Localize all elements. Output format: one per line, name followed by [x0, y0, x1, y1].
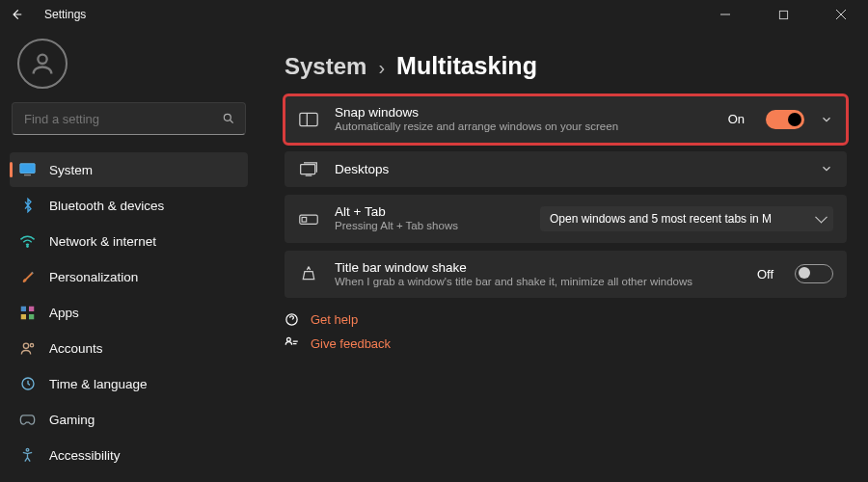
shake-toggle[interactable] — [795, 264, 833, 283]
bluetooth-icon — [19, 198, 36, 214]
window-title: Settings — [44, 8, 86, 21]
minimize-button[interactable] — [704, 0, 746, 29]
card-title: Snap windows — [335, 105, 713, 120]
svg-point-6 — [27, 245, 28, 246]
svg-rect-9 — [21, 314, 26, 319]
link-label: Get help — [311, 312, 358, 327]
nav-bluetooth[interactable]: Bluetooth & devices — [10, 188, 248, 223]
toggle-state-label: Off — [757, 267, 773, 281]
page-title: Multitasking — [396, 52, 537, 80]
brush-icon — [19, 269, 36, 285]
monitor-icon — [19, 162, 36, 178]
accounts-icon — [19, 340, 36, 357]
svg-point-11 — [23, 343, 28, 348]
maximize-button[interactable] — [762, 0, 804, 29]
nav-label: Accessibility — [49, 448, 121, 463]
back-button[interactable] — [6, 4, 27, 25]
alt-tab-card[interactable]: Alt + Tab Pressing Alt + Tab shows Open … — [285, 195, 847, 243]
svg-rect-0 — [779, 11, 787, 18]
give-feedback-link[interactable]: Give feedback — [285, 332, 847, 356]
nav-label: System — [49, 163, 93, 177]
apps-icon — [19, 305, 36, 321]
user-avatar[interactable] — [17, 39, 68, 89]
link-label: Give feedback — [311, 336, 391, 351]
alttab-dropdown[interactable]: Open windows and 5 most recent tabs in M — [540, 206, 833, 231]
nav-apps[interactable]: Apps — [10, 295, 248, 330]
card-subtitle: Pressing Alt + Tab shows — [335, 220, 525, 233]
feedback-icon — [285, 336, 299, 351]
breadcrumb-separator: › — [378, 57, 385, 79]
toggle-state-label: On — [728, 112, 745, 126]
card-subtitle: When I grab a window's title bar and sha… — [335, 276, 742, 289]
help-icon — [285, 312, 299, 327]
svg-rect-16 — [301, 164, 315, 174]
svg-point-12 — [30, 343, 33, 346]
svg-point-2 — [224, 114, 231, 120]
clock-globe-icon — [19, 376, 36, 392]
nav-accessibility[interactable]: Accessibility — [10, 438, 248, 472]
card-title: Alt + Tab — [335, 204, 525, 219]
search-input[interactable] — [22, 111, 222, 127]
search-box[interactable] — [12, 102, 246, 135]
nav-time-language[interactable]: Time & language — [10, 366, 248, 401]
main-content: System › Multitasking Snap windows Autom… — [258, 29, 868, 482]
close-button[interactable] — [820, 0, 862, 29]
desktops-card[interactable]: Desktops — [285, 151, 847, 187]
search-icon — [222, 112, 235, 125]
nav-label: Bluetooth & devices — [49, 199, 164, 213]
nav-system[interactable]: System — [10, 152, 248, 187]
nav-gaming[interactable]: Gaming — [10, 402, 248, 437]
svg-rect-8 — [29, 306, 34, 310]
nav-label: Gaming — [49, 413, 95, 427]
nav-label: Network & internet — [49, 234, 156, 249]
svg-rect-5 — [24, 174, 31, 175]
nav-label: Accounts — [49, 341, 103, 356]
gamepad-icon — [19, 412, 36, 428]
title-bar-shake-card[interactable]: Title bar window shake When I grab a win… — [285, 251, 847, 299]
alttab-icon — [298, 212, 319, 226]
svg-point-14 — [26, 448, 29, 451]
breadcrumb-parent[interactable]: System — [285, 53, 366, 80]
nav-accounts[interactable]: Accounts — [10, 331, 248, 365]
svg-rect-3 — [20, 164, 35, 174]
chevron-down-icon[interactable] — [820, 162, 833, 175]
titlebar: Settings — [0, 0, 868, 29]
card-title: Desktops — [335, 162, 804, 176]
chevron-down-icon[interactable] — [820, 113, 833, 126]
sidebar: System Bluetooth & devices Network & int… — [0, 29, 258, 482]
get-help-link[interactable]: Get help — [285, 308, 847, 332]
nav-label: Time & language — [49, 377, 148, 391]
desktops-icon — [298, 161, 319, 177]
svg-point-20 — [287, 338, 291, 342]
nav-personalization[interactable]: Personalization — [10, 259, 248, 294]
snap-icon — [298, 112, 319, 127]
nav-network[interactable]: Network & internet — [10, 224, 248, 258]
card-subtitle: Automatically resize and arrange windows… — [335, 120, 713, 134]
svg-rect-7 — [21, 306, 26, 310]
snap-toggle[interactable] — [766, 110, 804, 129]
accessibility-icon — [19, 447, 36, 464]
nav-label: Apps — [49, 306, 79, 320]
wifi-icon — [19, 233, 36, 250]
shake-icon — [298, 265, 319, 282]
svg-rect-15 — [300, 113, 317, 125]
card-title: Title bar window shake — [335, 260, 742, 275]
svg-rect-18 — [302, 217, 307, 222]
nav-label: Personalization — [49, 270, 138, 284]
svg-point-1 — [38, 55, 46, 64]
breadcrumb: System › Multitasking — [285, 52, 847, 80]
svg-rect-10 — [29, 314, 34, 319]
help-links: Get help Give feedback — [285, 308, 847, 356]
nav-list: System Bluetooth & devices Network & int… — [10, 152, 248, 472]
snap-windows-card[interactable]: Snap windows Automatically resize and ar… — [285, 95, 847, 144]
